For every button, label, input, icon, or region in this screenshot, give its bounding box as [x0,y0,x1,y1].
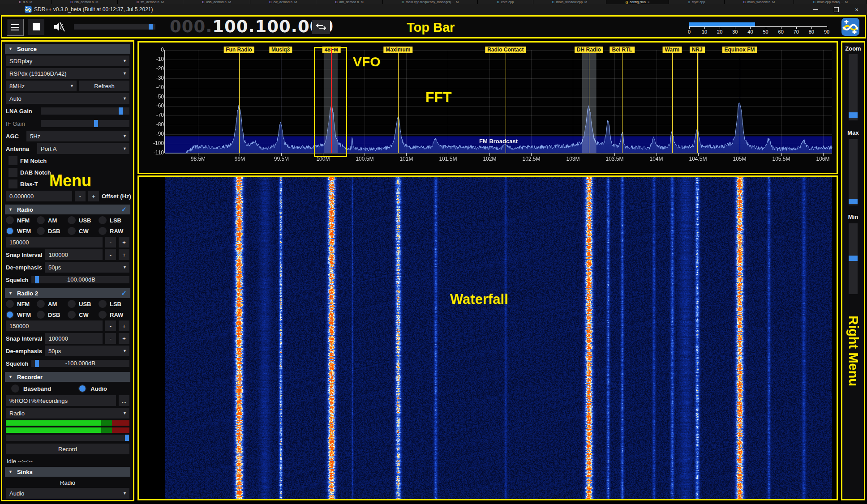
close-icon[interactable]: × [648,0,649,4]
mute-button[interactable] [50,19,69,35]
mode-option-wfm[interactable]: WFM [6,226,37,235]
mode-radio[interactable] [68,227,76,235]
mode-option-nfm[interactable]: NFM [6,299,37,308]
mode-radio[interactable] [37,227,45,235]
mode-option-raw[interactable]: RAW [99,226,129,235]
bookmark-label[interactable]: Bel RTL [610,47,635,53]
offset-input[interactable]: 0.000000 [6,191,72,201]
max-slider[interactable] [849,139,858,205]
vfo-swap-button[interactable] [312,20,330,34]
if-gain-handle[interactable] [94,120,98,127]
bookmark-label[interactable]: Warm [662,47,682,53]
audio-radio[interactable] [78,384,86,393]
snap-minus-button[interactable]: - [105,333,116,344]
waterfall-display[interactable]: Waterfall [139,177,837,499]
min-slider[interactable] [849,223,858,294]
editor-tab[interactable]: Cmain_window.cppM [533,0,607,4]
refresh-button[interactable]: Refresh [79,81,129,91]
module-enabled-check-icon[interactable]: ✓ [121,205,127,214]
module-enabled-check-icon[interactable]: ✓ [121,289,127,297]
offset-minus-button[interactable]: - [75,191,86,201]
mode-radio[interactable] [99,311,107,319]
recording-path-input[interactable]: %ROOT%/Recordings [6,395,116,406]
editor-tab[interactable]: Cmain.cpp radio(...M [794,0,867,4]
snap-plus-button[interactable]: + [119,249,129,260]
editor-tab[interactable]: Cusb_demod.hM [183,0,250,4]
editor-tab[interactable]: {}config.json× [606,0,669,4]
dab-notch-checkbox[interactable] [9,168,17,177]
record-button[interactable]: Record [6,444,129,454]
squelch-slider[interactable]: -100.000dB [31,360,129,367]
mode-option-cw[interactable]: CW [68,310,99,319]
max-slider-handle[interactable] [849,199,858,204]
editor-tab[interactable]: Clsb_demod.hM [52,0,118,4]
editor-tab[interactable]: Ccw_demod.hM [250,0,316,4]
snap-plus-button[interactable]: + [119,333,129,344]
volume-slider-handle[interactable] [149,24,153,30]
baseband-radio[interactable] [11,384,19,393]
mode-option-dsb[interactable]: DSB [37,310,68,319]
mode-radio[interactable] [37,300,45,308]
mode-option-am[interactable]: AM [37,216,68,225]
offset-plus-button[interactable]: + [88,191,99,201]
mode-radio[interactable] [68,216,76,224]
bandwidth-plus-button[interactable]: + [119,237,129,248]
bookmark-label[interactable]: Musiq3 [269,47,292,53]
recorder-stream-select[interactable]: Radio▼ [6,408,129,419]
snap-interval-input[interactable]: 100000 [45,333,103,344]
fft-canvas[interactable] [139,43,837,173]
bookmark-label[interactable]: Maximum [383,47,412,53]
bandwidth-minus-button[interactable]: - [105,320,116,331]
mode-option-am[interactable]: AM [37,299,68,308]
editor-tab[interactable]: Cmain_window.hM [725,0,794,4]
snap-interval-input[interactable]: 100000 [45,249,103,260]
source-device-select[interactable]: RSPdx (191106DA42)▼ [6,68,129,79]
agc-rate-select[interactable]: 5Hz▼ [26,131,129,141]
bookmark-label[interactable]: Equinox FM [722,47,757,53]
zoom-slider[interactable] [849,54,858,120]
recorder-volume-slider[interactable] [6,435,129,441]
if-gain-slider[interactable] [41,120,129,127]
mode-radio[interactable] [99,300,107,308]
editor-tab[interactable]: Cam_demod.hM [316,0,382,4]
minimize-button[interactable] [805,4,826,15]
maximize-button[interactable] [826,4,846,15]
mode-radio[interactable] [68,300,76,308]
bandwidth-minus-button[interactable]: - [105,237,116,248]
waterfall-canvas[interactable] [139,177,837,499]
editor-tab[interactable]: Cstyle.cpp [669,0,725,4]
mode-option-nfm[interactable]: NFM [6,216,37,225]
bias-t-checkbox[interactable] [9,179,17,188]
bookmark-label[interactable]: Radio Contact [485,47,526,53]
mode-radio[interactable] [68,311,76,319]
mode-option-usb[interactable]: USB [68,216,99,225]
lna-gain-handle[interactable] [119,107,123,115]
mode-radio[interactable] [6,216,14,224]
bookmark-label[interactable]: NRJ [690,47,705,53]
gain-mode-select[interactable]: Auto▼ [6,93,129,104]
vfo-center-line[interactable] [331,47,332,153]
title-bar[interactable]: SDR++ v0.3.0_beta (Built at 00:12:37, Ju… [0,4,867,15]
min-slider-handle[interactable] [849,256,858,261]
mode-radio[interactable] [37,216,45,224]
volume-slider[interactable] [74,24,155,30]
mode-option-cw[interactable]: CW [68,226,99,235]
section-header-source[interactable]: ▼ Source [5,44,130,54]
antenna-select[interactable]: Port A▼ [37,143,129,154]
deemphasis-select[interactable]: 50µs▼ [45,262,129,273]
mode-radio[interactable] [99,227,107,235]
editor-tab[interactable]: Cd.hM [0,0,52,4]
mode-option-lsb[interactable]: LSB [99,216,129,225]
source-driver-select[interactable]: SDRplay▼ [6,56,129,66]
fm-notch-checkbox[interactable] [9,156,17,165]
stop-button[interactable] [28,19,44,35]
mode-radio[interactable] [6,300,14,308]
radio-bandwidth-input[interactable]: 150000 [6,237,103,248]
close-button[interactable]: × [846,4,867,15]
bandwidth-plus-button[interactable]: + [119,320,129,331]
editor-tab[interactable]: Ccore.cpp [478,0,533,4]
browse-button[interactable]: ... [119,395,129,406]
section-header-radio2[interactable]: ▼ Radio 2 ✓ [5,288,130,298]
fft-display[interactable]: 0-10-20-30-40-50-60-70-80-90-100-110 98.… [139,43,837,173]
squelch-slider[interactable]: -100.000dB [31,276,129,283]
